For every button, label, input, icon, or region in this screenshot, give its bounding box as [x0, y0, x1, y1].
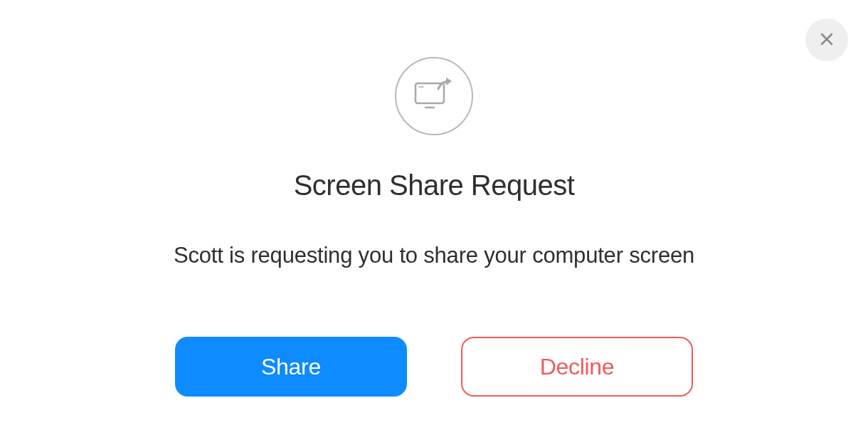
dialog-message: Scott is requesting you to share your co…	[174, 243, 694, 268]
share-button[interactable]: Share	[175, 337, 407, 397]
screen-share-icon-circle	[395, 57, 473, 135]
close-button[interactable]	[805, 19, 848, 61]
dialog-title: Screen Share Request	[294, 169, 575, 201]
dialog-button-row: Share Decline	[175, 337, 693, 397]
screen-share-icon	[413, 78, 455, 115]
decline-button[interactable]: Decline	[461, 337, 693, 397]
close-icon	[818, 31, 835, 50]
screen-share-dialog: Screen Share Request Scott is requesting…	[0, 0, 868, 397]
